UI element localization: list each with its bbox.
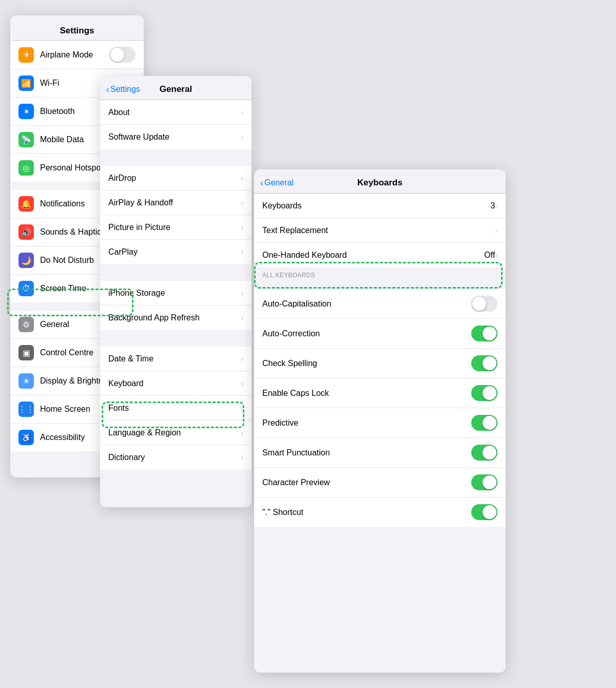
home-screen-icon: ⋮⋮ xyxy=(18,402,34,417)
software-update-chevron: › xyxy=(241,133,243,141)
airplane-mode-toggle[interactable] xyxy=(109,47,136,63)
text-replacement-chevron: › xyxy=(495,226,497,235)
smart-punctuation-label: Smart Punctuation xyxy=(262,448,471,457)
about-chevron: › xyxy=(241,108,243,117)
keyboards-item-text-replacement[interactable]: Text Replacement › xyxy=(254,218,506,243)
date-time-chevron: › xyxy=(241,355,243,363)
iphone-storage-chevron: › xyxy=(241,289,243,297)
general-panel: ‹ Settings General About › Software Upda… xyxy=(100,76,252,507)
all-keyboards-section: Auto-Capitalisation Auto-Correction Chec… xyxy=(254,289,506,527)
airplane-mode-icon: ✈ xyxy=(18,47,34,63)
keyboards-item-smart-punctuation[interactable]: Smart Punctuation xyxy=(254,438,506,468)
general-item-background-refresh[interactable]: Background App Refresh › xyxy=(100,305,252,330)
airplay-label: AirPlay & Handoff xyxy=(108,198,241,207)
auto-correction-toggle[interactable] xyxy=(471,326,497,341)
keyboards-item-value: 3 xyxy=(490,201,495,211)
keyboards-item-chevron: › xyxy=(495,202,497,210)
airplane-mode-label: Airplane Mode xyxy=(40,50,109,60)
general-item-pip[interactable]: Picture in Picture › xyxy=(100,215,252,240)
keyboards-back-label: General xyxy=(264,178,294,187)
general-gap2 xyxy=(100,264,252,273)
fonts-label: Fonts xyxy=(108,404,241,413)
settings-nav-bar: Settings xyxy=(10,15,144,41)
character-preview-toggle[interactable] xyxy=(471,474,497,490)
smart-punctuation-toggle[interactable] xyxy=(471,445,497,461)
notifications-icon: 🔔 xyxy=(18,196,34,212)
keyboards-top-section: Keyboards 3 › Text Replacement › One-Han… xyxy=(254,194,506,267)
auto-capitalisation-label: Auto-Capitalisation xyxy=(262,299,471,309)
mobile-data-icon: 📡 xyxy=(18,132,34,147)
general-item-iphone-storage[interactable]: iPhone Storage › xyxy=(100,281,252,305)
keyboards-title: Keyboards xyxy=(357,178,402,188)
keyboards-back-button[interactable]: ‹ General xyxy=(260,178,294,188)
keyboards-item-keyboards[interactable]: Keyboards 3 › xyxy=(254,194,506,218)
keyboards-item-one-handed[interactable]: One-Handed Keyboard Off › xyxy=(254,243,506,267)
keyboards-item-period-shortcut[interactable]: "." Shortcut xyxy=(254,498,506,527)
all-keyboards-header: ALL KEYBOARDS xyxy=(254,267,506,281)
screen-time-icon: ⏱ xyxy=(18,281,34,296)
general-item-dictionary[interactable]: Dictionary › xyxy=(100,445,252,470)
period-shortcut-label: "." Shortcut xyxy=(262,508,471,517)
period-shortcut-toggle[interactable] xyxy=(471,504,497,520)
general-icon: ⚙ xyxy=(18,317,34,332)
keyboard-label: Keyboard xyxy=(108,379,241,388)
general-item-software-update[interactable]: Software Update › xyxy=(100,125,252,149)
keyboards-item-character-preview[interactable]: Character Preview xyxy=(254,468,506,498)
keyboard-chevron: › xyxy=(241,379,243,388)
keyboards-nav-bar: ‹ General Keyboards xyxy=(254,169,506,194)
general-item-carplay[interactable]: CarPlay › xyxy=(100,240,252,264)
predictive-toggle[interactable] xyxy=(471,415,497,431)
enable-caps-lock-toggle[interactable] xyxy=(471,385,497,401)
keyboards-item-auto-capitalisation[interactable]: Auto-Capitalisation xyxy=(254,289,506,319)
general-item-language-region[interactable]: Language & Region › xyxy=(100,421,252,445)
character-preview-label: Character Preview xyxy=(262,478,471,487)
date-time-label: Date & Time xyxy=(108,354,241,364)
keyboards-back-chevron: ‹ xyxy=(260,178,263,188)
one-handed-label: One-Handed Keyboard xyxy=(262,251,484,260)
check-spelling-toggle[interactable] xyxy=(471,355,497,371)
general-content: About › Software Update › AirDrop › AirP… xyxy=(100,100,252,470)
keyboards-item-check-spelling[interactable]: Check Spelling xyxy=(254,349,506,378)
fonts-chevron: › xyxy=(241,404,243,412)
language-region-label: Language & Region xyxy=(108,428,241,437)
settings-title: Settings xyxy=(60,26,94,35)
general-item-fonts[interactable]: Fonts › xyxy=(100,396,252,421)
general-section3: iPhone Storage › Background App Refresh … xyxy=(100,281,252,330)
keyboards-item-label: Keyboards xyxy=(262,201,490,211)
general-item-keyboard[interactable]: Keyboard › xyxy=(100,371,252,396)
carplay-chevron: › xyxy=(241,248,243,256)
keyboards-item-auto-correction[interactable]: Auto-Correction xyxy=(254,319,506,349)
language-region-chevron: › xyxy=(241,429,243,437)
general-item-airplay[interactable]: AirPlay & Handoff › xyxy=(100,190,252,215)
general-nav-bar: ‹ Settings General xyxy=(100,76,252,100)
keyboards-item-predictive[interactable]: Predictive xyxy=(254,408,506,438)
sounds-icon: 🔊 xyxy=(18,224,34,240)
bluetooth-icon: ✶ xyxy=(18,104,34,119)
enable-caps-lock-label: Enable Caps Lock xyxy=(262,389,471,398)
general-item-about[interactable]: About › xyxy=(100,100,252,125)
keyboards-panel: ‹ General Keyboards Keyboards 3 › Text R… xyxy=(254,169,506,673)
airdrop-chevron: › xyxy=(241,174,243,182)
general-section2: AirDrop › AirPlay & Handoff › Picture in… xyxy=(100,166,252,264)
iphone-storage-label: iPhone Storage xyxy=(108,289,241,298)
wifi-label: Wi-Fi xyxy=(40,79,109,88)
pip-label: Picture in Picture xyxy=(108,223,241,232)
general-title: General xyxy=(160,84,192,94)
one-handed-chevron: › xyxy=(495,251,497,259)
carplay-label: CarPlay xyxy=(108,247,241,257)
dictionary-label: Dictionary xyxy=(108,453,241,462)
airplay-chevron: › xyxy=(241,199,243,207)
wifi-icon: 📶 xyxy=(18,75,34,91)
auto-capitalisation-toggle[interactable] xyxy=(471,296,497,312)
general-item-date-time[interactable]: Date & Time › xyxy=(100,347,252,371)
settings-item-airplane-mode[interactable]: ✈ Airplane Mode xyxy=(10,41,144,69)
dictionary-chevron: › xyxy=(241,453,243,462)
general-back-button[interactable]: ‹ Settings xyxy=(106,84,140,95)
general-section4: Date & Time › Keyboard › Fonts › Languag… xyxy=(100,347,252,470)
keyboards-item-enable-caps-lock[interactable]: Enable Caps Lock xyxy=(254,378,506,408)
accessibility-icon: ♿ xyxy=(18,430,34,445)
general-item-airdrop[interactable]: AirDrop › xyxy=(100,166,252,190)
check-spelling-label: Check Spelling xyxy=(262,359,471,368)
auto-correction-label: Auto-Correction xyxy=(262,329,471,338)
display-icon: ☀ xyxy=(18,373,34,389)
